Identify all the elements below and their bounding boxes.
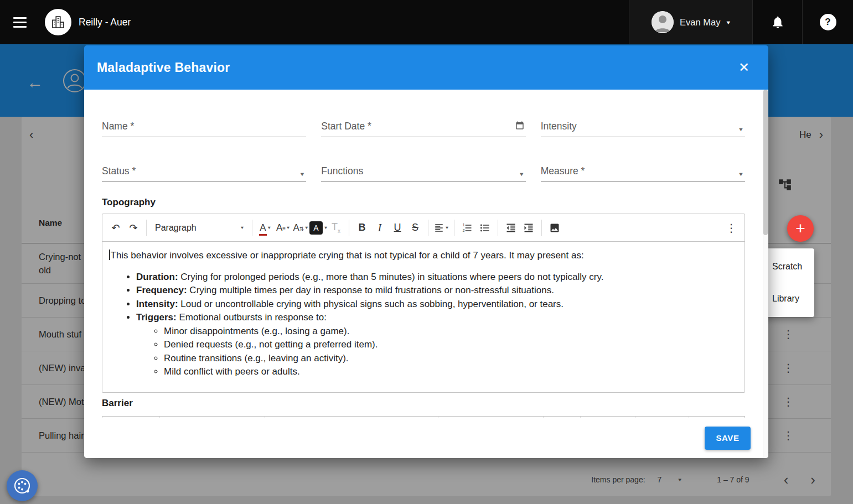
help-icon: ?	[820, 14, 836, 30]
topography-rich-text-editor: ↶ ↷ Paragraph ▾ A ▾ A≡	[102, 214, 745, 393]
measure-select[interactable]: Measure * ▼	[541, 165, 745, 182]
org-logo	[45, 9, 71, 35]
screen: Reilly - Auer Evan May ▾ ? ←	[0, 0, 853, 504]
paragraph-style-dropdown[interactable]: Paragraph ▾	[151, 219, 248, 237]
building-icon	[50, 14, 66, 30]
close-icon[interactable]: ✕	[738, 60, 749, 75]
font-color-button[interactable]: A ▾	[256, 219, 274, 237]
more-options-icon[interactable]: ⋮	[722, 219, 740, 237]
app-title: Reilly - Auer	[79, 17, 131, 28]
list-item: Denied requests (e.g., not getting a pre…	[164, 338, 735, 352]
redo-icon[interactable]: ↷	[125, 219, 142, 237]
top-app-bar: Reilly - Auer Evan May ▾ ?	[0, 0, 853, 44]
chevron-down-icon: ▾	[446, 225, 448, 230]
dialog-header: Maladaptive Behavior ✕	[84, 45, 768, 90]
dialog-footer: SAVE	[84, 418, 768, 458]
chevron-down-icon: ▾	[287, 225, 289, 230]
bell-icon	[771, 15, 785, 29]
highlight-button[interactable]: A ▾	[309, 219, 327, 237]
outdent-icon[interactable]	[502, 219, 520, 237]
dialog-body: Name * Start Date * Intensity ▼	[84, 90, 768, 458]
functions-select[interactable]: Functions ▼	[321, 165, 525, 182]
bold-icon[interactable]: B	[353, 219, 371, 237]
topography-section-label: Topography	[102, 197, 745, 208]
list-item: Frequency: Crying multiple times per day…	[136, 284, 735, 298]
plus-icon: +	[795, 220, 805, 237]
help-button[interactable]: ?	[802, 0, 853, 44]
list-item: Minor disappointments (e.g., losing a ga…	[164, 325, 735, 339]
name-field[interactable]: Name *	[102, 121, 306, 137]
status-select[interactable]: Status * ▼	[102, 165, 306, 182]
chevron-down-icon: ▾	[305, 225, 308, 230]
dropdown-arrow-icon: ▼	[299, 172, 305, 177]
svg-text:2: 2	[463, 228, 465, 232]
list-item: Duration: Crying for prolonged periods (…	[136, 271, 735, 284]
scrollbar[interactable]	[763, 90, 768, 458]
maladaptive-behavior-dialog: Maladaptive Behavior ✕ Name * Start Date…	[84, 45, 768, 458]
undo-icon[interactable]: ↶	[107, 219, 125, 237]
dialog-title: Maladaptive Behavior	[97, 60, 230, 75]
font-color-icon: A	[260, 222, 266, 233]
line-height-icon: A⇅	[293, 222, 304, 233]
chevron-down-icon: ▾	[241, 225, 244, 230]
palette-icon	[13, 476, 32, 495]
list-item: Mild conflict with peers or adults.	[164, 365, 735, 379]
strikethrough-icon[interactable]: S	[406, 219, 424, 237]
svg-text:1: 1	[463, 222, 465, 226]
clear-formatting-icon[interactable]: Tx	[327, 219, 345, 237]
add-behavior-fab[interactable]: +	[787, 215, 814, 242]
numbered-list-icon[interactable]: 12	[458, 219, 476, 237]
person-icon	[652, 11, 674, 33]
dropdown-arrow-icon: ▼	[738, 127, 744, 132]
feedback-widget-button[interactable]	[7, 470, 38, 501]
user-name: Evan May	[680, 17, 720, 28]
start-date-field[interactable]: Start Date *	[321, 121, 525, 137]
scrollbar-thumb[interactable]	[763, 90, 768, 235]
italic-icon[interactable]: I	[371, 219, 389, 237]
calendar-icon[interactable]	[515, 121, 525, 133]
dropdown-arrow-icon: ▼	[738, 172, 744, 177]
underline-icon[interactable]: U	[389, 219, 406, 237]
list-item: Triggers: Emotional outbursts in respons…	[136, 311, 735, 379]
notifications-button[interactable]	[753, 0, 802, 44]
list-item: Routine transitions (e.g., leaving an ac…	[164, 352, 735, 366]
chevron-down-icon: ▾	[726, 19, 730, 25]
save-button[interactable]: SAVE	[705, 427, 751, 450]
intensity-select[interactable]: Intensity ▼	[541, 121, 745, 137]
barrier-section-label: Barrier	[102, 398, 745, 409]
editor-content[interactable]: This behavior involves excessive or inap…	[102, 242, 745, 392]
text-caret	[109, 250, 110, 260]
font-size-icon: A≡	[276, 222, 285, 233]
chevron-down-icon: ▾	[268, 225, 271, 230]
line-height-button[interactable]: A⇅ ▾	[292, 219, 309, 237]
bulleted-list-icon[interactable]	[476, 219, 494, 237]
editor-toolbar: ↶ ↷ Paragraph ▾ A ▾ A≡	[102, 214, 745, 242]
avatar	[652, 11, 674, 33]
font-size-button[interactable]: A≡ ▾	[274, 219, 292, 237]
hamburger-menu-icon[interactable]	[0, 0, 40, 44]
indent-icon[interactable]	[520, 219, 537, 237]
user-menu[interactable]: Evan May ▾	[629, 0, 753, 44]
highlight-icon: A	[309, 221, 323, 235]
dropdown-arrow-icon: ▼	[519, 172, 525, 177]
insert-image-icon[interactable]	[546, 219, 564, 237]
list-item: Intensity: Loud or uncontrollable crying…	[136, 298, 735, 311]
align-left-icon	[434, 223, 444, 233]
text-align-button[interactable]: ▾	[432, 219, 450, 237]
chevron-down-icon: ▾	[324, 225, 327, 230]
